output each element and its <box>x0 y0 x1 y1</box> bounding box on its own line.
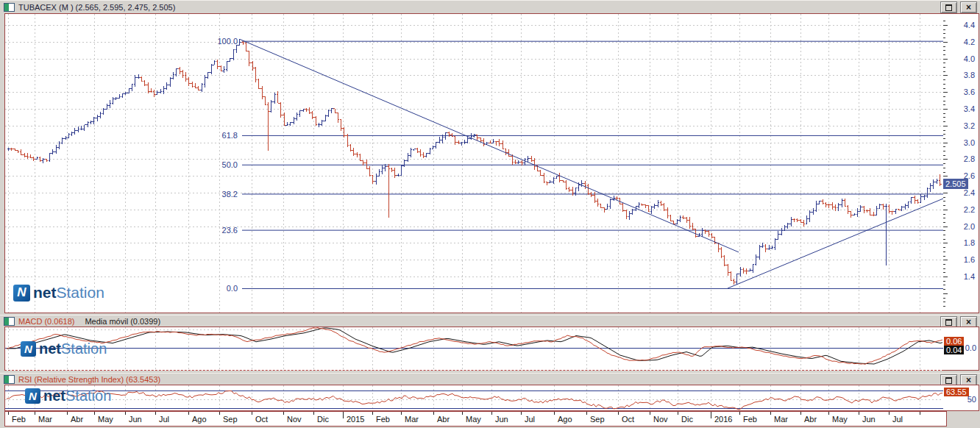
macd-chart[interactable] <box>4 327 944 371</box>
fib-label: 61.8 <box>222 131 238 140</box>
month-label: Abr <box>437 415 450 424</box>
month-label: Abr <box>804 415 817 424</box>
rsi-value-axis[interactable]: 63.55 50 <box>943 385 979 411</box>
month-label: Jul <box>159 415 169 424</box>
month-label: May <box>832 415 848 424</box>
time-axis[interactable]: FebMarAbrMayJunJulAgoSepOctNovDic2015Feb… <box>4 411 947 427</box>
media-value-tag: 0.04 <box>944 346 964 354</box>
macd-media-title: Media móvil (0.0399) <box>85 317 160 326</box>
chart-window-icon <box>4 3 15 12</box>
macd-value-tag: 0.06 <box>944 337 964 346</box>
macd-zero-label: 0.0 <box>965 343 976 352</box>
macd-titlebar[interactable]: MACD (0.0618) Media móvil (0.0399) × <box>0 315 980 327</box>
macd-svg[interactable] <box>5 327 943 370</box>
fib-label: 0.0 <box>227 284 238 293</box>
down-candles <box>10 40 942 285</box>
price-tick-label: 2.4 <box>964 188 975 197</box>
month-label: Ago <box>558 415 572 424</box>
price-tick-label: 4.4 <box>964 21 975 29</box>
restore-icon <box>945 377 952 384</box>
macd-window-icon <box>4 317 15 326</box>
price-tick-label: 4.0 <box>964 54 975 63</box>
rsi-titlebar[interactable]: RSI (Relative Strength Index) (63.5453) … <box>0 373 980 385</box>
month-label: 2015 <box>347 415 364 424</box>
rsi-line <box>7 391 942 410</box>
month-label: Feb <box>376 415 390 424</box>
month-label: Dic <box>317 415 329 424</box>
fib-label: 23.6 <box>222 226 238 235</box>
month-label: Mar <box>38 415 52 424</box>
month-label: Oct <box>622 415 634 424</box>
rsi-window-icon <box>4 375 15 384</box>
month-label: Jun <box>129 415 142 424</box>
main-chart-titlebar[interactable]: TUBACEX (M ) (2.565, 2.595, 2.475, 2.505… <box>0 0 980 13</box>
price-tick-label: 1.8 <box>964 238 975 247</box>
close-icon: × <box>966 318 971 327</box>
month-label: Sep <box>590 415 605 424</box>
month-label: Mar <box>774 415 788 424</box>
month-label: Jul <box>892 415 903 424</box>
month-label: Dic <box>681 415 693 424</box>
rsi-value-tag: 63.55 <box>944 388 969 396</box>
fib-label: 38.2 <box>222 190 238 199</box>
price-tick-label: 3.4 <box>964 104 975 113</box>
month-label: Ago <box>192 415 207 424</box>
close-icon: × <box>966 376 971 385</box>
rsi-svg[interactable] <box>5 385 943 410</box>
month-label: Jun <box>495 415 508 424</box>
price-axis[interactable]: 4.44.24.03.83.63.43.23.02.82.62.42.22.01… <box>943 13 979 313</box>
macd-title: MACD (0.0618) <box>18 317 74 326</box>
netstation-window: { "main_panel": { "title": "TUBACEX (M )… <box>0 0 980 428</box>
price-tick-label: 1.4 <box>964 272 975 281</box>
price-tick-label: 1.6 <box>964 255 975 264</box>
price-tick-label: 2.8 <box>964 154 975 163</box>
month-label: Jul <box>525 415 535 424</box>
main-chart-title: TUBACEX (M ) (2.565, 2.595, 2.475, 2.505… <box>18 3 175 12</box>
close-button[interactable]: × <box>960 1 977 13</box>
restore-button[interactable] <box>940 1 957 13</box>
month-label: Mar <box>405 415 419 424</box>
price-tick-label: 2.2 <box>964 205 975 214</box>
rsi-title: RSI (Relative Strength Index) (63.5453) <box>18 375 160 384</box>
month-label: Oct <box>255 415 268 424</box>
month-label: Jun <box>862 415 876 424</box>
month-label: May <box>466 415 481 424</box>
price-tick-label: 3.0 <box>964 138 975 147</box>
price-tick-label: 4.2 <box>964 38 975 46</box>
month-label: Abr <box>71 415 83 424</box>
price-tick-label: 2.0 <box>964 222 975 231</box>
month-label: Feb <box>743 415 757 424</box>
current-price-tag: 2.505 <box>943 179 968 189</box>
macd-value-axis[interactable]: 0.06 0.04 0.0 <box>943 327 979 371</box>
month-label: Feb <box>12 415 26 424</box>
trendline[interactable] <box>240 39 739 252</box>
fib-label: 50.0 <box>222 160 238 169</box>
close-icon: × <box>966 3 971 12</box>
price-axis-ticks <box>943 14 949 313</box>
price-tick-label: 3.8 <box>964 71 975 79</box>
main-price-chart[interactable]: 100.061.850.038.223.60.0 <box>4 13 944 313</box>
month-label: Sep <box>223 415 238 424</box>
rsi-chart[interactable] <box>4 385 944 411</box>
price-tick-label: 3.2 <box>964 121 975 130</box>
fib-label: 100.0 <box>217 37 238 46</box>
main-price-svg[interactable]: 100.061.850.038.223.60.0 <box>5 14 943 313</box>
month-label: 2016 <box>714 415 732 424</box>
price-tick-label: 3.6 <box>964 88 975 96</box>
month-label: Nov <box>653 415 668 424</box>
restore-icon <box>945 319 952 326</box>
rsi-mid-label: 50 <box>967 395 976 404</box>
restore-icon <box>945 4 952 11</box>
month-label: Nov <box>287 415 302 424</box>
month-label: May <box>98 415 113 424</box>
